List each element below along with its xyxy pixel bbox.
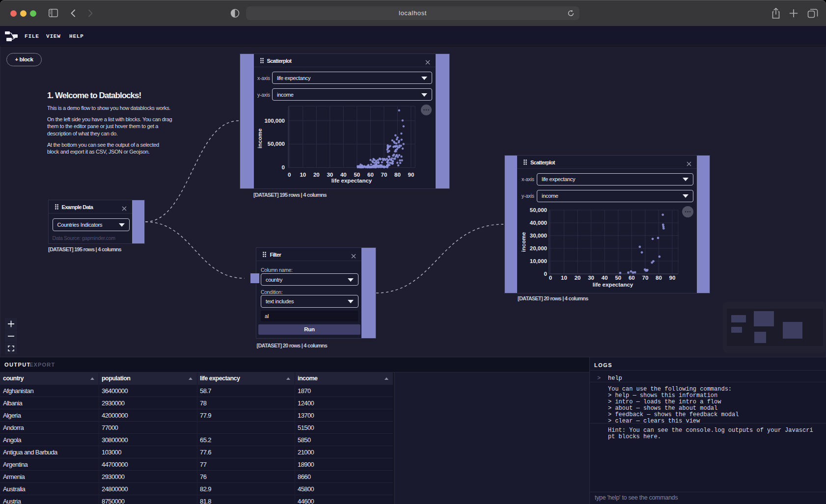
svg-text:80: 80: [656, 275, 662, 281]
svg-text:0: 0: [282, 164, 285, 170]
svg-text:30: 30: [327, 172, 333, 178]
svg-text:10: 10: [300, 172, 306, 178]
svg-text:income: income: [257, 129, 263, 148]
svg-text:90: 90: [669, 275, 676, 281]
svg-text:50,000: 50,000: [268, 141, 285, 147]
svg-text:life expectancy: life expectancy: [593, 282, 633, 288]
svg-text:100,000: 100,000: [264, 118, 285, 124]
svg-text:life expectancy: life expectancy: [331, 178, 372, 184]
svg-text:40,000: 40,000: [530, 220, 547, 226]
svg-text:30: 30: [588, 275, 594, 281]
svg-text:60: 60: [629, 275, 635, 281]
svg-text:30,000: 30,000: [530, 233, 547, 239]
svg-text:40: 40: [602, 275, 608, 281]
svg-text:90: 90: [408, 172, 414, 178]
svg-text:70: 70: [642, 275, 649, 281]
svg-text:10,000: 10,000: [530, 258, 547, 264]
svg-text:50: 50: [354, 172, 360, 178]
svg-text:50,000: 50,000: [530, 207, 547, 213]
svg-text:20: 20: [313, 172, 320, 178]
svg-text:income: income: [521, 232, 526, 252]
svg-text:10: 10: [561, 275, 567, 281]
svg-text:0: 0: [549, 275, 552, 281]
svg-text:60: 60: [367, 172, 374, 178]
svg-text:20,000: 20,000: [530, 245, 547, 251]
svg-text:40: 40: [340, 172, 347, 178]
svg-text:80: 80: [394, 172, 401, 178]
svg-text:0: 0: [544, 271, 547, 277]
svg-text:0: 0: [288, 172, 291, 178]
svg-text:70: 70: [381, 172, 387, 178]
svg-text:20: 20: [575, 275, 581, 281]
svg-text:50: 50: [615, 275, 621, 281]
